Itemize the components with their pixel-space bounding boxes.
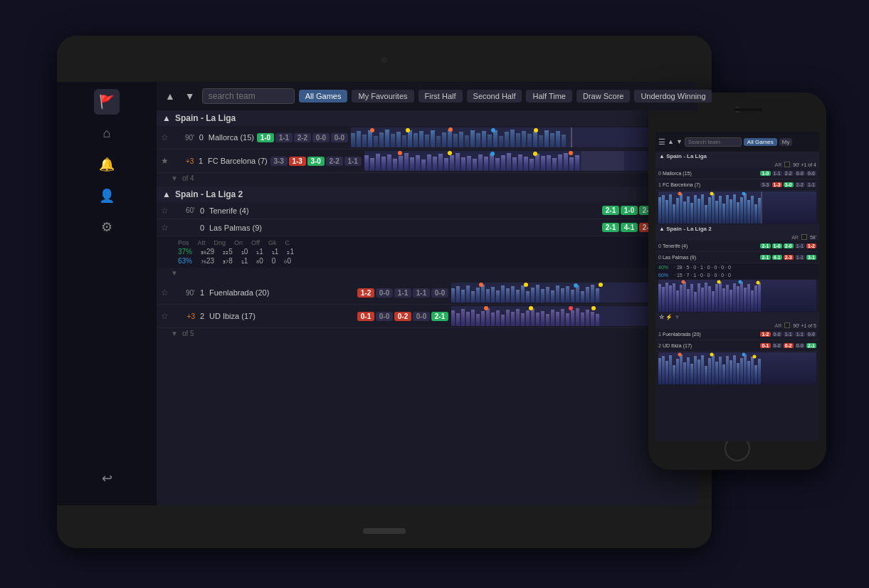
filter-first-half[interactable]: First Half	[418, 90, 463, 103]
svg-rect-135	[516, 309, 520, 326]
collapse-arrow-f[interactable]: ▼	[171, 330, 178, 337]
team-name-laspalmas: Las Palmas (9)	[209, 224, 599, 232]
filter-underdog[interactable]: Underdog Winning	[634, 90, 712, 103]
stat-header-pos: Pos	[178, 239, 189, 246]
phone-time-info3: 90' +1 of 5	[793, 323, 816, 328]
league-name-laliga: Spain - La Liga	[175, 113, 236, 123]
svg-rect-116	[591, 285, 594, 303]
phone-sort-up[interactable]: ▲	[668, 138, 674, 145]
phone-match-udibiza[interactable]: 2 UD Ibiza (17) 0-1 0-0 0-2 0-0 2-1	[655, 340, 819, 352]
svg-rect-67	[495, 158, 500, 171]
sort-up-arrow[interactable]: ▲	[162, 89, 178, 103]
league-collapse-arrow[interactable]: ▲	[162, 113, 171, 123]
phone-match-laspalmas[interactable]: 0 Las Palmas (9) 2-1 4-1 2-3 1-1 3-1	[655, 252, 819, 263]
svg-rect-160	[673, 204, 675, 224]
badge-u2: 0-0	[376, 312, 393, 321]
svg-point-252	[710, 353, 714, 357]
phone-league-arrow1[interactable]: ▲	[659, 153, 666, 159]
filter-second-half[interactable]: Second Half	[467, 90, 522, 103]
sidebar-icon-bell[interactable]: 🔔	[94, 152, 120, 177]
favourite-star-barcelona[interactable]: ★	[161, 156, 170, 166]
phone-menu-icon[interactable]: ☰	[658, 137, 665, 147]
svg-rect-62	[467, 156, 471, 171]
match-row-laspalmas[interactable]: ☆ 0 Las Palmas (9) 2-1 4-1 2-3 1-1 3-1	[157, 219, 697, 236]
match-row-udibiza[interactable]: ☆ +3 2 UD Ibiza (17) 0-1 0-0 0-2 0-0 2-1	[157, 305, 697, 328]
phone-badge-t1: 2-1	[760, 243, 770, 248]
favourite-star-mallorca[interactable]: ☆	[161, 132, 171, 142]
phone-badge-u2: 0-0	[772, 343, 782, 348]
svg-rect-205	[715, 284, 718, 312]
svg-rect-243	[733, 355, 736, 384]
svg-point-220	[739, 280, 742, 284]
phone-league-arrow-f[interactable]: ▼	[674, 314, 680, 320]
phone-filter-my[interactable]: My	[779, 138, 793, 146]
match-row-tenerife[interactable]: ☆ 60' 0 Tenerife (4) 2-1 1-0 2-0 1-1 1-2	[157, 202, 697, 219]
match-row-barcelona[interactable]: ★ +3 1 FC Barcelona (7) 3-3 1-3 3-0 2-2 …	[157, 149, 697, 173]
sidebar-icon-logout[interactable]: ↩	[94, 466, 120, 491]
match-row-mallorca[interactable]: ☆ 90' 0 Mallorca (15) 1-0 1-1 2-2 0-0 0-…	[157, 126, 697, 149]
search-input[interactable]	[202, 88, 295, 104]
svg-rect-226	[673, 365, 675, 384]
svg-rect-189	[658, 284, 661, 312]
svg-rect-65	[484, 157, 488, 171]
phone-league-header-f: ☆ ⚡ ▼	[655, 313, 819, 322]
svg-rect-156	[658, 197, 661, 224]
league-header-laliga2: ▲ Spain - La Liga 2	[157, 187, 697, 202]
tablet-camera	[381, 57, 387, 63]
filter-all-games[interactable]: All Games	[299, 90, 348, 103]
phone-league-name2: Spain - La Liga 2	[666, 226, 712, 232]
svg-rect-148	[581, 313, 584, 326]
phone-league-star-f[interactable]: ☆	[659, 314, 664, 320]
phone-league-arrow2[interactable]: ▲	[659, 226, 666, 232]
svg-rect-35	[550, 133, 554, 147]
badge-t2: 1-0	[621, 206, 638, 215]
svg-rect-109	[556, 285, 559, 303]
sidebar-icon-home[interactable]: ⌂	[94, 120, 120, 146]
phone-search-input[interactable]	[685, 137, 742, 147]
sort-down-arrow[interactable]: ▼	[182, 89, 198, 103]
match-score-barcelona: 1	[196, 157, 205, 165]
phone-match-barcelona[interactable]: 1 FC Barcelona (7) 3-3 1-3 3-0 2-2 1-1	[655, 179, 819, 191]
league-name-laliga2: Spain - La Liga 2	[175, 189, 243, 199]
main-content: ▲ Spain - La Liga ☆ 90' 0 Mallorca (15) …	[157, 110, 697, 505]
collapse-arrow-laliga2[interactable]: ▼	[171, 269, 178, 277]
filter-my-favourites[interactable]: My Favourites	[352, 90, 414, 103]
phone-league-name1: Spain - La Liga	[666, 153, 707, 159]
favourite-star-laspalmas[interactable]: ☆	[161, 223, 171, 233]
phone-filter-allgames[interactable]: All Games	[744, 138, 777, 146]
phone-match-tenerife[interactable]: 0 Tenerife (4) 2-1 1-0 2-0 1-1 1-2	[655, 241, 819, 252]
svg-rect-197	[687, 289, 690, 312]
svg-point-153	[529, 306, 533, 310]
phone-badge-l4: 1-1	[795, 255, 805, 260]
svg-rect-138	[531, 308, 534, 326]
favourite-star-fuenlabrada[interactable]: ☆	[161, 288, 171, 298]
svg-rect-7	[391, 134, 395, 147]
svg-rect-92	[471, 291, 475, 303]
league-collapse-arrow2[interactable]: ▲	[162, 189, 171, 199]
filter-draw-score[interactable]: Draw Score	[576, 90, 630, 103]
svg-rect-79	[564, 153, 568, 171]
sidebar-icon-flag[interactable]: 🚩	[94, 89, 120, 115]
sidebar-icon-person[interactable]: 👤	[94, 183, 120, 209]
favourite-star-udibiza[interactable]: ☆	[161, 311, 171, 321]
svg-rect-96	[491, 287, 495, 303]
phone-ar-checkbox1[interactable]	[784, 162, 790, 167]
phone-sort-down[interactable]: ▼	[676, 138, 683, 145]
badge-f5: 0-0	[431, 288, 448, 298]
phone-ar-checkbox2[interactable]	[801, 234, 807, 240]
phone-league-laliga2: ▲ Spain - La Liga 2 AR 58' 0 Tenerife (4…	[655, 224, 819, 312]
svg-rect-191	[665, 283, 668, 312]
svg-rect-24	[488, 135, 492, 147]
svg-rect-95	[486, 289, 490, 303]
stats-section-laliga2: Pos Att Dng On Off Gk C 37% ₃₈29 ₂₂5	[157, 236, 697, 268]
phone-ar-checkbox3[interactable]	[784, 322, 790, 328]
match-row-fuenlabrada[interactable]: ☆ 90' 1 Fuenlabrada (20) 1-2 0-0 1-1 1-1…	[157, 281, 697, 305]
phone-match-fuenlabrada[interactable]: 1 Fuenlabrada (20) 1-2 0-0 1-1 1-1 0-0	[655, 329, 819, 340]
sidebar-bottom: ↩	[57, 466, 157, 491]
favourite-star-tenerife[interactable]: ☆	[161, 206, 171, 216]
collapse-arrow-laliga[interactable]: ▼	[171, 174, 178, 182]
phone-match-mallorca[interactable]: 0 Mallorca (15) 1-0 1-1 2-2 0-0 0-0	[655, 168, 819, 179]
sidebar-icon-gear[interactable]: ⚙	[94, 214, 120, 240]
svg-rect-74	[535, 154, 539, 171]
filter-half-time[interactable]: Half Time	[526, 90, 572, 103]
